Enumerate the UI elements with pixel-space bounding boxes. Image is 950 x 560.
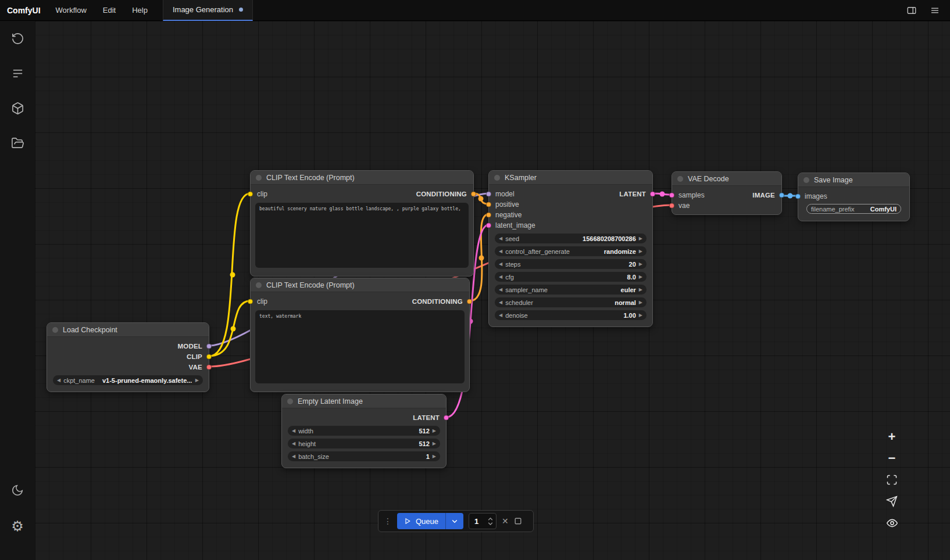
arrow-left-icon[interactable]	[292, 454, 295, 459]
node-load-checkpoint[interactable]: Load Checkpoint MODEL CLIP VAE ckpt_name…	[47, 322, 209, 392]
output-dot-conditioning[interactable]	[467, 299, 472, 304]
widget-ckpt-name[interactable]: ckpt_name v1-5-pruned-emaonly.safete...	[53, 375, 203, 385]
arrow-left-icon[interactable]	[292, 441, 295, 446]
zoom-in-icon[interactable]: +	[885, 430, 899, 444]
node-vae-decode[interactable]: VAE Decode samples IMAGE vae	[672, 171, 782, 215]
output-dot-conditioning[interactable]	[471, 192, 476, 197]
collapse-dot[interactable]	[677, 176, 683, 182]
node-header[interactable]: Load Checkpoint	[47, 323, 209, 337]
node-header[interactable]: Empty Latent Image	[282, 394, 446, 408]
pan-select-icon[interactable]	[885, 494, 899, 508]
arrow-left-icon[interactable]	[499, 274, 502, 279]
arrow-right-icon[interactable]	[639, 313, 642, 318]
node-header[interactable]: CLIP Text Encode (Prompt)	[251, 278, 469, 292]
widget-seed[interactable]: seed 156680208700286	[495, 234, 647, 243]
node-clip-text-encode-negative[interactable]: CLIP Text Encode (Prompt) clip CONDITION…	[250, 278, 470, 392]
widget-sampler-name[interactable]: sampler_name euler	[495, 285, 647, 295]
node-ksampler[interactable]: KSampler model LATENT positive negative …	[488, 170, 653, 327]
toggle-panel-icon[interactable]	[905, 3, 919, 17]
queue-button[interactable]: Queue	[397, 513, 463, 529]
spinner-arrows[interactable]	[488, 518, 493, 525]
arrow-right-icon[interactable]	[639, 236, 642, 241]
tab-image-generation[interactable]: Image Generation	[163, 0, 253, 21]
input-dot-latent-image[interactable]	[486, 223, 491, 228]
node-header[interactable]: Save Image	[798, 173, 909, 187]
input-dot-clip[interactable]	[248, 299, 253, 304]
collapse-dot[interactable]	[256, 282, 262, 288]
output-dot-model[interactable]	[206, 344, 212, 349]
settings-gear-icon[interactable]: ⚙	[10, 519, 24, 533]
arrow-right-icon[interactable]	[639, 287, 642, 292]
queue-options-caret[interactable]	[446, 518, 463, 525]
collapse-dot[interactable]	[803, 177, 809, 183]
collapse-dot[interactable]	[52, 327, 58, 333]
chevron-down-icon[interactable]	[488, 522, 493, 525]
link-midpoint-dot[interactable]	[230, 272, 235, 278]
widget-width[interactable]: width 512	[288, 426, 440, 436]
node-header[interactable]: VAE Decode	[672, 172, 781, 186]
widget-control-after-generate[interactable]: control_after_generate randomize	[495, 246, 647, 256]
menu-help[interactable]: Help	[132, 6, 148, 15]
arrow-right-icon[interactable]	[639, 300, 642, 305]
arrow-left-icon[interactable]	[57, 378, 60, 383]
output-dot-clip[interactable]	[206, 354, 212, 360]
input-dot-model[interactable]	[486, 192, 491, 197]
hamburger-menu-icon[interactable]	[928, 3, 942, 17]
theme-moon-icon[interactable]	[10, 483, 24, 497]
fit-view-icon[interactable]	[885, 473, 899, 487]
arrow-right-icon[interactable]	[433, 441, 436, 446]
node-clip-text-encode-positive[interactable]: CLIP Text Encode (Prompt) clip CONDITION…	[250, 170, 474, 277]
input-dot-vae[interactable]	[669, 203, 674, 209]
arrow-left-icon[interactable]	[499, 300, 502, 305]
arrow-right-icon[interactable]	[433, 428, 436, 433]
collapse-dot[interactable]	[287, 399, 293, 404]
arrow-right-icon[interactable]	[433, 454, 436, 459]
arrow-left-icon[interactable]	[292, 428, 295, 433]
arrow-left-icon[interactable]	[499, 236, 502, 241]
widget-denoise[interactable]: denoise 1.00	[495, 310, 647, 320]
widget-filename-prefix[interactable]: filename_prefix ComfyUI	[806, 204, 901, 214]
menu-workflow[interactable]: Workflow	[56, 6, 87, 15]
input-dot-samples[interactable]	[669, 193, 674, 198]
input-dot-positive[interactable]	[486, 202, 491, 207]
drag-handle-icon[interactable]	[384, 516, 392, 526]
prompt-textarea[interactable]: beautiful scenery nature glass bottle la…	[255, 203, 469, 268]
arrow-right-icon[interactable]	[639, 274, 642, 279]
collapse-dot[interactable]	[256, 175, 262, 181]
collapse-dot[interactable]	[494, 175, 500, 181]
input-dot-images[interactable]	[795, 194, 801, 199]
workflows-folder-icon[interactable]	[10, 136, 24, 150]
arrow-right-icon[interactable]	[639, 249, 642, 254]
node-canvas[interactable]: Load Checkpoint MODEL CLIP VAE ckpt_name…	[35, 21, 950, 560]
widget-cfg[interactable]: cfg 8.0	[495, 272, 647, 282]
arrow-left-icon[interactable]	[499, 313, 502, 318]
output-dot-latent[interactable]	[444, 415, 449, 421]
output-dot-image[interactable]	[779, 193, 784, 198]
output-dot-vae[interactable]	[206, 365, 212, 370]
link-clip-1[interactable]	[209, 193, 250, 356]
menu-edit[interactable]: Edit	[103, 6, 116, 15]
link-midpoint-dot[interactable]	[660, 192, 665, 197]
widget-steps[interactable]: steps 20	[495, 259, 647, 269]
arrow-left-icon[interactable]	[499, 287, 502, 292]
queue-list-icon[interactable]	[10, 66, 24, 80]
arrow-right-icon[interactable]	[639, 261, 642, 267]
output-dot-latent[interactable]	[650, 192, 655, 197]
widget-batch-size[interactable]: batch_size 1	[288, 451, 440, 461]
input-dot-negative[interactable]	[486, 213, 491, 218]
arrow-left-icon[interactable]	[499, 249, 502, 254]
widget-height[interactable]: height 512	[288, 439, 440, 448]
node-header[interactable]: CLIP Text Encode (Prompt)	[251, 171, 473, 185]
widget-scheduler[interactable]: scheduler normal	[495, 297, 647, 307]
batch-count-input[interactable]: 1	[469, 513, 497, 529]
link-midpoint-dot[interactable]	[788, 193, 793, 199]
history-icon[interactable]	[10, 31, 24, 45]
model-library-icon[interactable]	[10, 101, 24, 115]
link-midpoint-dot[interactable]	[478, 196, 484, 202]
node-header[interactable]: KSampler	[489, 171, 652, 185]
arrow-right-icon[interactable]	[195, 378, 199, 383]
arrow-left-icon[interactable]	[499, 261, 502, 267]
link-midpoint-dot[interactable]	[231, 326, 236, 332]
node-save-image[interactable]: Save Image images filename_prefix ComfyU…	[798, 173, 910, 221]
link-midpoint-dot[interactable]	[479, 256, 484, 261]
